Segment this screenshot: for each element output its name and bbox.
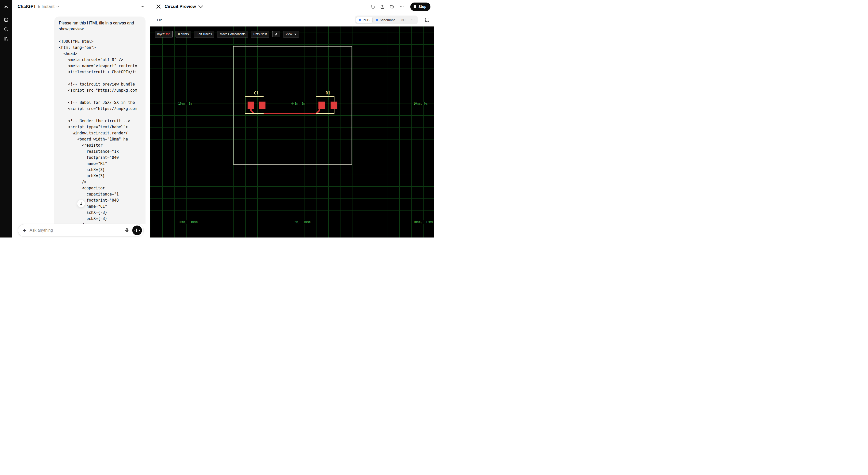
errors-chip[interactable]: 0 errors — [176, 31, 191, 37]
user-message-text: Please run this HTML file in a canvas an… — [59, 20, 141, 32]
search-icon[interactable] — [3, 26, 9, 33]
canvas-header: Circuit Preview Stop — [150, 0, 434, 13]
scroll-down-button[interactable] — [77, 200, 85, 208]
file-menu[interactable]: File — [157, 18, 163, 22]
model-name: 5 Instant — [38, 4, 55, 9]
user-message: Please run this HTML file in a canvas an… — [54, 16, 146, 224]
r1-label: R1 — [326, 91, 330, 96]
stop-square-icon — [413, 5, 416, 8]
tab-schematic[interactable]: Schematic — [373, 17, 398, 23]
chat-messages: Please run this HTML file in a canvas an… — [12, 13, 150, 224]
fullscreen-icon[interactable] — [425, 17, 430, 23]
rats-nest-button[interactable]: Rats Nest — [251, 31, 269, 37]
view-menu-button[interactable]: View — [283, 31, 299, 37]
canvas-panel: Circuit Preview Stop — [150, 0, 434, 238]
view-switcher: PCB Schematic 3D — [355, 15, 430, 24]
stop-button[interactable]: Stop — [410, 3, 430, 11]
grid-label-right-bottom: 10mm, -10mm — [412, 220, 433, 224]
chat-more-icon[interactable] — [140, 4, 145, 9]
composer-pill: + — [18, 224, 144, 237]
chat-header: ChatGPT 5 Instant — [12, 0, 150, 13]
layer-chip[interactable]: layer: top — [155, 31, 173, 37]
plus-icon[interactable]: + — [23, 227, 26, 233]
caret-down-icon — [294, 34, 297, 35]
component-c1[interactable]: C1 — [245, 91, 266, 113]
canvas-title: Circuit Preview — [165, 4, 196, 9]
share-upload-icon[interactable] — [380, 4, 385, 9]
user-message-code: <!DOCTYPE html> <html lang="en"> <head> … — [59, 38, 141, 224]
pencil-icon — [275, 33, 278, 36]
app-title: ChatGPT — [18, 4, 36, 9]
r1-pad-left[interactable] — [318, 102, 325, 109]
history-icon[interactable] — [390, 4, 395, 9]
canvas-header-actions: Stop — [370, 3, 430, 11]
voice-mode-button[interactable] — [132, 226, 142, 235]
copy-icon[interactable] — [370, 4, 375, 9]
new-chat-icon[interactable] — [3, 16, 9, 23]
chat-composer: + — [12, 224, 150, 238]
c1-pad-left[interactable] — [248, 102, 254, 109]
pencil-tool-button[interactable] — [272, 31, 280, 37]
r1-pad-right[interactable] — [331, 102, 337, 109]
c1-pad-right[interactable] — [259, 102, 266, 109]
pcb-toolbar: layer: top 0 errors Edit Traces Move Com… — [155, 31, 299, 37]
tab-pcb[interactable]: PCB — [356, 17, 373, 23]
app-sidebar — [0, 0, 12, 238]
model-switcher[interactable]: ChatGPT 5 Instant — [18, 4, 59, 9]
chevron-down-icon — [56, 6, 59, 8]
move-components-button[interactable]: Move Components — [217, 31, 248, 37]
grid-label-right-mid: 10mm, 0m — [412, 102, 428, 105]
chat-panel: ChatGPT 5 Instant Please run this HTML f… — [12, 0, 150, 238]
view-tabs: PCB Schematic 3D — [355, 15, 418, 24]
active-layer-value: top — [166, 32, 170, 36]
grid-label-left-mid: -10mm, 0m — [176, 102, 193, 105]
grid-label-left-bottom: -10mm, -10mm — [176, 220, 198, 224]
microphone-icon[interactable] — [124, 228, 129, 233]
voice-waveform-icon — [134, 230, 135, 231]
pcb-editor-canvas[interactable]: C1 R1 -10mm, 0m 0m, 0m 10mm, 0m -10mm, -… — [150, 27, 434, 238]
canvas-more-icon[interactable] — [399, 4, 404, 9]
chatgpt-logo-icon[interactable] — [3, 4, 9, 10]
close-icon[interactable] — [156, 5, 160, 9]
grid-label-center-mid: 0m, 0m — [294, 102, 306, 105]
c1-label: C1 — [254, 91, 259, 96]
title-chevron-down-icon[interactable] — [198, 4, 203, 9]
pcb-drawing: C1 R1 — [150, 27, 434, 238]
library-icon[interactable] — [3, 35, 9, 42]
canvas-toolbar: File PCB Schematic 3D — [150, 13, 434, 27]
app-window: ChatGPT 5 Instant Please run this HTML f… — [0, 0, 434, 238]
chat-input[interactable] — [30, 228, 124, 233]
tabs-more-icon[interactable] — [409, 16, 417, 24]
edit-traces-button[interactable]: Edit Traces — [194, 31, 214, 37]
blue-dot-icon — [359, 19, 361, 21]
blue-dot-icon — [376, 19, 378, 21]
grid-label-center-bottom: 0m, -10mm — [294, 220, 311, 224]
tab-3d[interactable]: 3D — [398, 17, 408, 23]
